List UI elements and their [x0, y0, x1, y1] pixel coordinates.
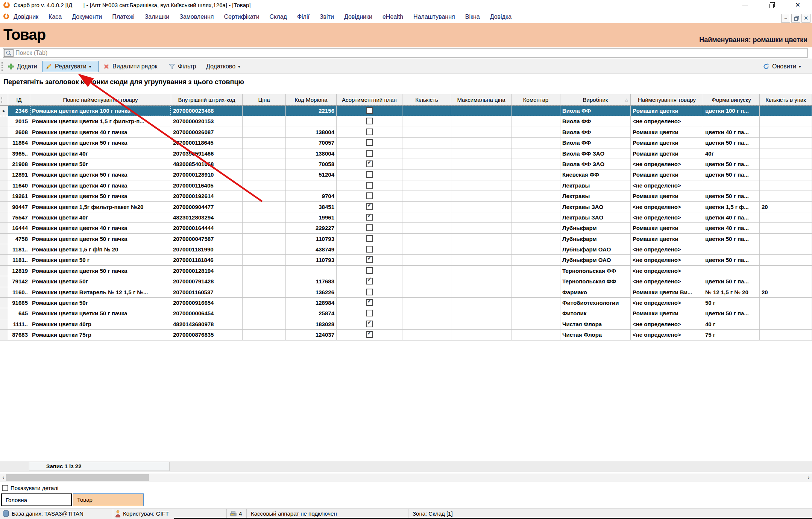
- assortment-checkbox[interactable]: [366, 192, 373, 199]
- row-indicator: [0, 202, 8, 212]
- menu-item-Вікна[interactable]: Вікна: [465, 14, 480, 20]
- table-row[interactable]: 1181..Ромашки цветки 1,5 г ф/п № 2020700…: [0, 244, 812, 255]
- menu-item-Документи[interactable]: Документи: [72, 14, 102, 20]
- search-input[interactable]: [15, 49, 768, 57]
- assortment-checkbox[interactable]: [366, 289, 373, 295]
- assortment-checkbox[interactable]: ✓: [366, 321, 373, 327]
- cell-max_price: [451, 234, 511, 244]
- menu-item-Склад[interactable]: Склад: [270, 14, 287, 20]
- assortment-checkbox[interactable]: [366, 107, 373, 114]
- column-header-id[interactable]: ІД: [8, 94, 30, 105]
- cell-barcode: 2070000192614: [171, 191, 243, 201]
- search-icon[interactable]: [4, 49, 14, 57]
- table-row[interactable]: 645Ромашки цветки цветки 50 г пачка20700…: [0, 308, 812, 319]
- assortment-checkbox[interactable]: [366, 182, 373, 189]
- mdi-restore-button[interactable]: [791, 14, 800, 23]
- assortment-checkbox[interactable]: [366, 139, 373, 146]
- table-row[interactable]: 19261Ромашки цветки цветки 50 г пачка207…: [0, 191, 812, 201]
- assortment-checkbox[interactable]: [366, 267, 373, 274]
- assortment-checkbox[interactable]: ✓: [366, 278, 373, 284]
- table-row[interactable]: 1181..Ромашки цветки 50 г207000118184611…: [0, 255, 812, 265]
- menu-item-Довідники[interactable]: Довідники: [344, 14, 372, 20]
- column-header-price[interactable]: Ціна: [243, 94, 286, 105]
- table-row[interactable]: 2015Ромашки цветки цветки 1,5 г фильтр-п…: [0, 116, 812, 127]
- delete-row-button[interactable]: Видалити рядок: [100, 61, 160, 72]
- table-row[interactable]: 3965..Ромашки цветки 40г2070396591466138…: [0, 148, 812, 159]
- column-header-release_form[interactable]: Форма випуску: [703, 94, 760, 105]
- table-row[interactable]: 91665Ромашки цветки 50г20700009166541289…: [0, 298, 812, 308]
- column-header-full_name[interactable]: Повне найменування товару: [30, 94, 171, 105]
- table-row[interactable]: 11864Ромашки цветки цветки 50 г пачка207…: [0, 138, 812, 148]
- scrollbar-thumb[interactable]: [6, 474, 149, 481]
- table-row[interactable]: 4758Ромашки цветки цветки 50 г пачка2070…: [0, 234, 812, 244]
- tab-golovna[interactable]: Головна: [1, 493, 72, 506]
- table-row[interactable]: 16444Ромашки цветки цветки 40 г пачка207…: [0, 223, 812, 233]
- table-row[interactable]: 12819Ромашки цветки цветки 50 г пачка207…: [0, 266, 812, 276]
- table-row[interactable]: 12891Ромашки цветки цветки 50 г пачка207…: [0, 169, 812, 180]
- refresh-button[interactable]: Оновити ▾: [760, 61, 804, 72]
- mdi-close-button[interactable]: ✕: [801, 14, 810, 23]
- column-header-assortment_plan[interactable]: Асортиментний план: [337, 94, 402, 105]
- menu-item-Філії[interactable]: Філії: [297, 14, 310, 20]
- menu-item-Каса[interactable]: Каса: [49, 14, 62, 20]
- table-row[interactable]: 87683Ромашки цветки 75гр2070000876835124…: [0, 330, 812, 340]
- column-header-product_name[interactable]: Найменування товару: [631, 94, 703, 105]
- assortment-checkbox[interactable]: ✓: [366, 214, 373, 221]
- menu-item-Довідка[interactable]: Довідка: [490, 14, 512, 20]
- column-header-barcode[interactable]: Внутрішній штрих-код: [171, 94, 243, 105]
- filter-button[interactable]: Фільтр: [165, 61, 199, 72]
- show-details-row: Показувати деталі: [0, 485, 226, 492]
- scroll-left-icon[interactable]: ‹: [1, 474, 6, 482]
- assortment-checkbox[interactable]: [366, 171, 373, 178]
- assortment-checkbox[interactable]: [366, 235, 373, 242]
- table-row[interactable]: 1160..Ромашки цветки Витарель № 12 1,5 г…: [0, 287, 812, 298]
- add-button[interactable]: Додати: [5, 61, 40, 72]
- tab-tovar[interactable]: Товар: [73, 493, 144, 506]
- column-header-max_price[interactable]: Максимальна ціна: [451, 94, 511, 105]
- menu-item-Платежі[interactable]: Платежі: [112, 14, 135, 20]
- row-indicator: [0, 255, 8, 265]
- table-row[interactable]: 75547Ромашки цветки 40г48230128032941996…: [0, 212, 812, 223]
- assortment-checkbox[interactable]: ✓: [366, 203, 373, 210]
- table-row[interactable]: 90447Ромашки цветки 1,5г фильтр-пакет №2…: [0, 202, 812, 212]
- column-header-manufacturer[interactable]: Виробник△: [560, 94, 631, 105]
- table-row[interactable]: 1111..Ромашки цветки 40гр482014368097818…: [0, 319, 812, 330]
- table-row[interactable]: 21908Ромашки цветки 50г48200854010687005…: [0, 159, 812, 169]
- table-row[interactable]: 2608Ромашки цветки цветки 40 г пачка2070…: [0, 127, 812, 138]
- menu-item-Звіти[interactable]: Звіти: [320, 14, 334, 20]
- menu-item-Сертифікати[interactable]: Сертифікати: [224, 14, 259, 20]
- scroll-right-icon[interactable]: ›: [806, 474, 811, 482]
- edit-button[interactable]: Редагувати ▾: [42, 61, 99, 72]
- horizontal-scrollbar[interactable]: ‹ ›: [0, 474, 812, 482]
- assortment-checkbox[interactable]: [366, 129, 373, 135]
- menu-item-eHealth[interactable]: eHealth: [382, 14, 403, 20]
- assortment-checkbox[interactable]: ✓: [366, 256, 373, 263]
- assortment-checkbox[interactable]: [366, 310, 373, 316]
- table-row[interactable]: ▸2346Ромашки цветки цветки 100 г пачка20…: [0, 106, 812, 116]
- more-button[interactable]: Додатково ▾: [203, 61, 243, 72]
- menu-item-Довідник[interactable]: Довідник: [14, 14, 38, 20]
- assortment-checkbox[interactable]: [366, 224, 373, 231]
- cell-morion_code: 22156: [286, 106, 337, 116]
- menu-item-Залишки[interactable]: Залишки: [145, 14, 170, 20]
- cell-assortment_plan: [337, 180, 402, 191]
- minimize-button[interactable]: —: [736, 0, 754, 11]
- assortment-checkbox[interactable]: ✓: [366, 299, 373, 306]
- table-row[interactable]: 79142Ромашки цветки 50г20700007914281176…: [0, 276, 812, 287]
- maximize-button[interactable]: [763, 0, 780, 11]
- assortment-checkbox[interactable]: [366, 118, 373, 124]
- column-header-comment[interactable]: Коментар: [511, 94, 560, 105]
- assortment-checkbox[interactable]: ✓: [366, 331, 373, 338]
- assortment-checkbox[interactable]: [366, 246, 373, 253]
- show-details-checkbox[interactable]: [2, 485, 8, 491]
- column-header-quantity[interactable]: Кількість: [402, 94, 451, 105]
- assortment-checkbox[interactable]: [366, 150, 373, 157]
- close-button[interactable]: ✕: [789, 0, 806, 11]
- mdi-minimize-button[interactable]: –: [781, 14, 790, 23]
- table-row[interactable]: 11640Ромашки цветки цветки 40 г пачка207…: [0, 180, 812, 191]
- column-header-pack_quantity[interactable]: Кількість в упак: [760, 94, 812, 105]
- menu-item-Налаштування[interactable]: Налаштування: [413, 14, 455, 20]
- column-header-morion_code[interactable]: Код Моріона: [286, 94, 337, 105]
- menu-item-Замовлення[interactable]: Замовлення: [179, 14, 214, 20]
- assortment-checkbox[interactable]: ✓: [366, 160, 373, 167]
